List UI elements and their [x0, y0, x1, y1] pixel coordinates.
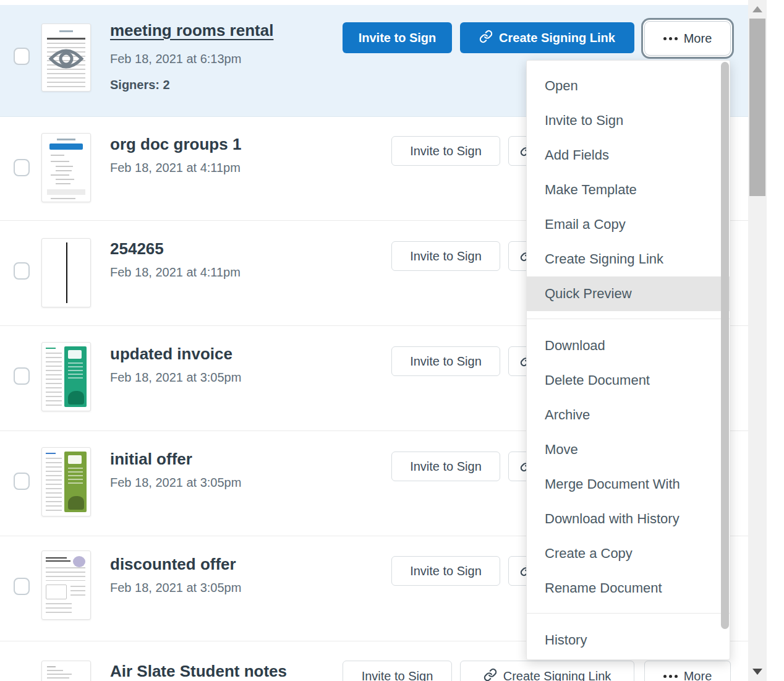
- document-title[interactable]: updated invoice: [110, 345, 232, 364]
- document-thumbnail[interactable]: [41, 238, 91, 307]
- ellipsis-icon: [663, 37, 678, 40]
- document-date: Feb 18, 2021 at 3:05pm: [110, 581, 241, 595]
- menu-item-make-template[interactable]: Make Template: [527, 173, 730, 207]
- thumb-blue-bar: [49, 143, 83, 150]
- document-title[interactable]: discounted offer: [110, 555, 236, 574]
- dropdown-scrollbar-thumb[interactable]: [721, 62, 729, 629]
- thumb-logo-line: [57, 139, 75, 140]
- thumb-vertical-line: [66, 242, 67, 303]
- thumb-olive-panel: [64, 452, 87, 512]
- ellipsis-icon: [663, 675, 678, 678]
- page-scrollbar[interactable]: [748, 0, 767, 681]
- document-thumbnail[interactable]: [41, 447, 91, 516]
- document-title[interactable]: initial offer: [110, 450, 192, 469]
- document-title[interactable]: 254265: [110, 239, 164, 259]
- thumb-green-panel: [64, 346, 87, 407]
- menu-divider: [527, 613, 730, 614]
- document-title[interactable]: Air Slate Student notes: [110, 662, 287, 681]
- document-title[interactable]: org doc groups 1: [110, 135, 241, 154]
- menu-item-add-fields[interactable]: Add Fields: [527, 138, 730, 173]
- create-signing-link-button[interactable]: Create Signing Link: [460, 22, 634, 53]
- thumb-logo-line: [59, 30, 73, 32]
- document-list-page: meeting rooms rental Feb 18, 2021 at 6:1…: [0, 0, 784, 681]
- more-dropdown-menu: Open Invite to Sign Add Fields Make Temp…: [526, 60, 730, 660]
- more-button[interactable]: More: [644, 661, 731, 681]
- invite-to-sign-button[interactable]: Invite to Sign: [391, 136, 500, 166]
- document-thumbnail[interactable]: [41, 342, 91, 411]
- more-button[interactable]: More: [644, 21, 731, 56]
- row-checkbox[interactable]: [14, 159, 30, 176]
- row-checkbox[interactable]: [14, 473, 30, 490]
- thumb-robot-illustration: [73, 556, 85, 567]
- menu-item-quick-preview[interactable]: Quick Preview: [527, 276, 730, 311]
- signers-count: Signers: 2: [110, 78, 170, 92]
- document-date: Feb 18, 2021 at 3:05pm: [110, 370, 241, 385]
- document-thumbnail[interactable]: [41, 133, 91, 202]
- scroll-down-arrow-icon[interactable]: [752, 669, 762, 675]
- document-thumbnail[interactable]: [41, 550, 91, 620]
- invite-to-sign-button[interactable]: Invite to Sign: [391, 241, 500, 271]
- invite-to-sign-button[interactable]: Invite to Sign: [343, 661, 452, 681]
- document-date: Feb 18, 2021 at 3:05pm: [110, 476, 241, 490]
- menu-item-archive[interactable]: Archive: [527, 398, 730, 432]
- menu-item-invite-to-sign[interactable]: Invite to Sign: [527, 103, 730, 138]
- invite-to-sign-button[interactable]: Invite to Sign: [391, 452, 500, 481]
- menu-item-email-a-copy[interactable]: Email a Copy: [527, 207, 730, 242]
- menu-item-merge-document-with[interactable]: Merge Document With: [527, 467, 730, 502]
- invite-to-sign-button[interactable]: Invite to Sign: [391, 346, 500, 376]
- menu-item-rename-document[interactable]: Rename Document: [527, 571, 730, 606]
- menu-item-history[interactable]: History: [527, 623, 730, 657]
- document-thumbnail[interactable]: [41, 24, 91, 92]
- thumb-heading-line: [47, 38, 85, 40]
- invite-to-sign-button[interactable]: Invite to Sign: [343, 22, 452, 53]
- document-date: Feb 18, 2021 at 4:11pm: [110, 265, 241, 280]
- menu-divider: [527, 319, 730, 319]
- menu-item-download-with-history[interactable]: Download with History: [527, 502, 730, 536]
- row-checkbox[interactable]: [14, 48, 30, 65]
- dropdown-item-list: Open Invite to Sign Add Fields Make Temp…: [527, 61, 730, 657]
- document-title-link[interactable]: meeting rooms rental: [110, 21, 273, 40]
- document-thumbnail[interactable]: [41, 661, 91, 681]
- link-icon: [479, 30, 493, 46]
- scroll-up-arrow-icon[interactable]: [752, 6, 762, 12]
- page-scrollbar-thumb[interactable]: [749, 19, 765, 196]
- menu-item-move[interactable]: Move: [527, 432, 730, 467]
- create-signing-link-button[interactable]: Create Signing Link: [460, 661, 634, 681]
- menu-item-delete-document[interactable]: Delete Document: [527, 363, 730, 398]
- menu-item-create-signing-link[interactable]: Create Signing Link: [527, 242, 730, 276]
- invite-to-sign-button[interactable]: Invite to Sign: [391, 556, 500, 586]
- link-icon: [484, 668, 497, 681]
- row-checkbox[interactable]: [14, 578, 30, 595]
- row-checkbox[interactable]: [14, 367, 30, 385]
- menu-item-download[interactable]: Download: [527, 328, 730, 363]
- document-date: Feb 18, 2021 at 6:13pm: [110, 52, 241, 66]
- menu-item-open[interactable]: Open: [527, 69, 730, 103]
- menu-item-create-a-copy[interactable]: Create a Copy: [527, 536, 730, 571]
- document-date: Feb 18, 2021 at 4:11pm: [110, 161, 241, 175]
- quick-preview-eye-icon: [48, 46, 84, 74]
- row-checkbox[interactable]: [14, 262, 30, 280]
